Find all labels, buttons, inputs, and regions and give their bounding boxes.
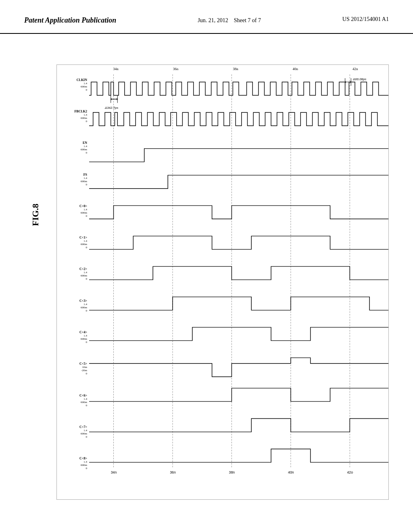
svg-text:36n: 36n	[170, 471, 176, 475]
publication-date: Jun. 21, 2012	[198, 17, 228, 23]
signal-c3: C<3> 1.4 600m 0	[57, 299, 89, 312]
figure-label: FIG.8	[30, 204, 41, 226]
svg-text:34n: 34n	[111, 471, 117, 475]
page-header: Patent Application Publication Jun. 21, …	[0, 0, 413, 34]
signal-fs: FS 1.4 600m 0	[57, 173, 89, 186]
signal-c1: C<1> 1.4 600m 0	[57, 236, 89, 249]
signal-c7: C<7> 1.4 600m 0	[57, 425, 89, 438]
patent-number: US 2012/154001 A1	[342, 16, 389, 22]
waveform-diagram: CLKIN 1.4 600m 0 FBCLK2 1.4 600m 0 EN 1.…	[56, 64, 389, 500]
signal-c5: C<5> 10m -20m 0	[57, 362, 89, 375]
sheet-info: Sheet 7 of 7	[234, 17, 261, 23]
waveform-area: 34n 36n 38n 40n 42n 34n 36n 38n 40n 42o	[89, 65, 388, 483]
header-left: Patent Application Publication	[24, 16, 116, 25]
signal-c6: C<6> 1.4 600m 0	[57, 394, 89, 407]
patent-publication-title: Patent Application Publication	[24, 16, 116, 25]
header-center: Jun. 21, 2012 Sheet 7 of 7	[198, 16, 261, 25]
svg-text:40n: 40n	[288, 471, 294, 475]
svg-text:38n: 38n	[229, 471, 235, 475]
signal-c0: C<0> 1.4 600m 0	[57, 204, 89, 218]
svg-text:42o: 42o	[347, 471, 353, 475]
signal-clkin: CLKIN 1.4 600m 0	[57, 78, 89, 91]
svg-text:Δ342.7ps: Δ342.7ps	[104, 106, 118, 110]
svg-text:Δ66.08ps: Δ66.08ps	[353, 77, 366, 81]
signal-c2: C<2> 1.4 600m 0	[57, 267, 89, 281]
header-right: US 2012/154001 A1	[342, 16, 389, 23]
waveform-svg: 34n 36n 38n 40n 42o Δ342.7ps	[89, 65, 388, 483]
signal-en: EN 1.4 600m 0	[57, 141, 89, 154]
signal-c4: C<4> 1.4 600m 0	[57, 330, 89, 344]
signal-labels: CLKIN 1.4 600m 0 FBCLK2 1.4 600m 0 EN 1.…	[57, 65, 89, 483]
signal-c8: C<8> 1.4 600m 0	[57, 457, 89, 470]
signal-fbclk2: FBCLK2 1.4 600m 0	[57, 110, 89, 123]
